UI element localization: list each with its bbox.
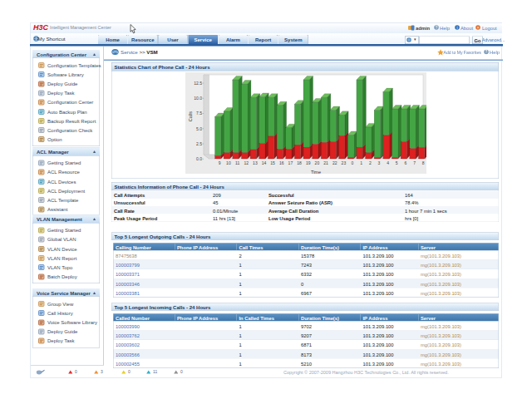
svg-text:9: 9 bbox=[219, 160, 221, 165]
svg-text:10: 10 bbox=[226, 160, 231, 165]
svg-text:23: 23 bbox=[342, 160, 347, 165]
svg-text:19: 19 bbox=[306, 160, 311, 165]
svg-text:17: 17 bbox=[288, 160, 293, 165]
svg-text:8: 8 bbox=[422, 160, 425, 165]
svg-text:2.5: 2.5 bbox=[196, 141, 202, 146]
svg-text:13: 13 bbox=[253, 160, 258, 165]
svg-text:2: 2 bbox=[369, 160, 372, 165]
svg-text:12.5: 12.5 bbox=[194, 81, 202, 86]
svg-text:15: 15 bbox=[270, 160, 275, 165]
svg-text:18: 18 bbox=[297, 160, 302, 165]
svg-text:5: 5 bbox=[396, 160, 398, 165]
svg-text:5.0: 5.0 bbox=[196, 126, 202, 131]
svg-text:21: 21 bbox=[323, 160, 328, 165]
svg-text:10.0: 10.0 bbox=[194, 96, 202, 101]
svg-text:3: 3 bbox=[378, 160, 381, 165]
svg-text:0: 0 bbox=[352, 160, 354, 165]
svg-text:Time: Time bbox=[311, 170, 321, 174]
svg-text:0.0: 0.0 bbox=[196, 156, 202, 161]
svg-text:14: 14 bbox=[262, 160, 267, 165]
svg-text:20: 20 bbox=[315, 160, 320, 165]
svg-text:7: 7 bbox=[413, 160, 416, 165]
svg-text:11: 11 bbox=[235, 160, 239, 165]
svg-text:22: 22 bbox=[332, 160, 337, 165]
svg-text:4: 4 bbox=[387, 160, 389, 165]
svg-text:i: i bbox=[457, 26, 458, 30]
svg-text:×: × bbox=[477, 26, 480, 30]
svg-text:6: 6 bbox=[405, 160, 407, 165]
svg-text:Calls: Calls bbox=[188, 111, 193, 121]
svg-text:7.5: 7.5 bbox=[196, 111, 202, 116]
svg-text:12: 12 bbox=[244, 160, 249, 165]
svg-text:16: 16 bbox=[279, 160, 284, 165]
svg-text:1: 1 bbox=[360, 160, 362, 165]
